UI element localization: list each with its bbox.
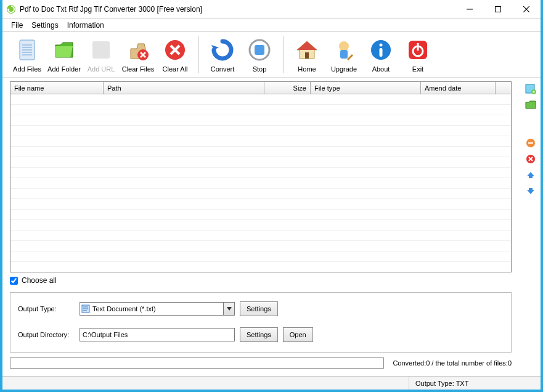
home-button[interactable]: Home (288, 33, 325, 76)
svg-rect-42 (529, 176, 533, 178)
svg-rect-11 (92, 41, 110, 59)
svg-rect-19 (255, 45, 264, 55)
menu-information[interactable]: Information (67, 21, 104, 30)
svg-rect-22 (340, 50, 348, 59)
app-window: Pdf to Doc Txt Rtf Jpg Tif Converter 300… (2, 0, 541, 390)
add-folder-button[interactable]: Add Folder (46, 33, 83, 76)
close-button[interactable] (512, 0, 541, 18)
file-table[interactable]: File name Path Size File type Amend date (10, 81, 512, 272)
titlebar: Pdf to Doc Txt Rtf Jpg Tif Converter 300… (2, 0, 541, 18)
app-icon (6, 4, 16, 14)
statusbar-output-type: Output Type: TXT (409, 377, 541, 390)
status-row: Converted:0 / the total number of files:… (10, 357, 512, 369)
table-body[interactable] (10, 94, 511, 272)
side-clear-icon[interactable] (525, 153, 537, 165)
clear-all-button[interactable]: Clear All (157, 33, 194, 76)
url-icon (88, 37, 114, 63)
add-url-button: Add URL (83, 33, 120, 76)
side-toolbar (521, 78, 541, 376)
menu-settings[interactable]: Settings (31, 21, 58, 30)
clear-files-button[interactable]: Clear Files (120, 33, 157, 76)
table-header: File name Path Size File type Amend date (10, 82, 511, 94)
exit-icon (405, 37, 431, 63)
chevron-down-icon (223, 303, 234, 315)
output-panel: Output Type: Text Document (*.txt) Setti… (10, 292, 512, 353)
status-text: Converted:0 / the total number of files:… (384, 359, 512, 367)
main-column: File name Path Size File type Amend date… (2, 78, 521, 376)
svg-rect-20 (305, 52, 309, 59)
home-icon (294, 37, 320, 63)
add-files-button[interactable]: Add Files (9, 33, 46, 76)
choose-all-label: Choose all (22, 276, 57, 285)
toolbar: Add Files Add Folder Add URL (2, 32, 541, 78)
clear-all-icon (162, 37, 188, 63)
col-spacer (496, 82, 511, 94)
clear-files-icon (125, 37, 151, 63)
menu-file[interactable]: File (11, 21, 23, 30)
window-title: Pdf to Doc Txt Rtf Jpg Tif Converter 300… (20, 5, 202, 14)
progress-bar (10, 357, 384, 369)
exit-button[interactable]: Exit (399, 33, 436, 76)
txt-icon (80, 304, 91, 313)
col-file-type[interactable]: File type (311, 82, 421, 94)
stop-button[interactable]: Stop (241, 33, 278, 76)
side-move-up-icon[interactable] (525, 169, 537, 181)
statusbar: Output Type: TXT (2, 376, 541, 390)
upgrade-icon (331, 37, 357, 63)
output-type-label: Output Type: (18, 305, 75, 312)
choose-all-row: Choose all (10, 276, 521, 285)
upgrade-button[interactable]: Upgrade (325, 33, 362, 76)
svg-rect-25 (380, 48, 383, 57)
about-icon (368, 37, 394, 63)
side-move-down-icon[interactable] (525, 185, 537, 197)
output-directory-label: Output Directory: (18, 331, 75, 338)
output-type-settings-button[interactable]: Settings (240, 301, 278, 316)
side-add-file-icon[interactable] (525, 83, 537, 95)
about-button[interactable]: About (362, 33, 399, 76)
open-directory-button[interactable]: Open (283, 327, 313, 342)
convert-icon (210, 37, 235, 63)
output-type-select[interactable]: Text Document (*.txt) (80, 302, 235, 316)
col-size[interactable]: Size (264, 82, 311, 94)
col-path[interactable]: Path (104, 82, 264, 94)
svg-rect-43 (529, 188, 533, 190)
folder-icon (51, 37, 77, 63)
convert-button[interactable]: Convert (204, 33, 241, 76)
toolbar-separator (283, 36, 284, 73)
output-directory-input[interactable] (80, 328, 235, 341)
svg-point-21 (339, 41, 349, 51)
svg-point-24 (380, 43, 383, 46)
svg-rect-2 (496, 6, 501, 12)
col-file-name[interactable]: File name (10, 82, 104, 94)
col-amend-date[interactable]: Amend date (421, 82, 496, 94)
side-remove-icon[interactable] (525, 137, 537, 149)
toolbar-separator (198, 36, 199, 73)
menubar: File Settings Information (2, 18, 541, 32)
stop-icon (247, 37, 272, 63)
choose-all-checkbox[interactable] (10, 277, 18, 285)
maximize-button[interactable] (484, 0, 512, 18)
minimize-button[interactable] (455, 0, 484, 18)
side-add-folder-icon[interactable] (525, 99, 537, 111)
file-icon (14, 37, 40, 63)
output-directory-settings-button[interactable]: Settings (240, 327, 278, 342)
body-area: File name Path Size File type Amend date… (2, 78, 541, 376)
window-controls (455, 0, 541, 18)
output-type-value: Text Document (*.txt) (91, 305, 223, 312)
